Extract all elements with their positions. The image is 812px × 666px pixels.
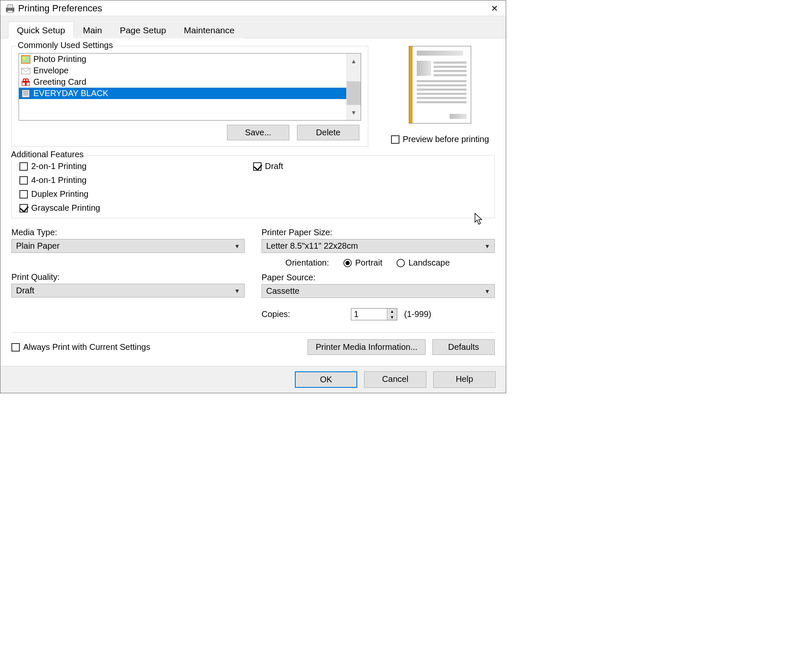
paper-source-select[interactable]: Cassette ▼ <box>262 284 495 298</box>
page-preview <box>409 46 471 124</box>
gift-icon <box>21 78 31 87</box>
svg-rect-4 <box>22 56 30 63</box>
checkbox-label: 4-on-1 Printing <box>31 175 86 185</box>
tab-main[interactable]: Main <box>74 21 111 38</box>
delete-button[interactable]: Delete <box>297 125 359 140</box>
checkbox-icon <box>19 190 28 199</box>
checkbox-icon <box>391 135 399 144</box>
checkbox-label: Always Print with Current Settings <box>23 342 150 352</box>
checkbox-icon <box>19 176 28 185</box>
printing-preferences-window: Printing Preferences ✕ Quick Setup Main … <box>0 0 506 393</box>
media-type-label: Media Type: <box>11 228 245 237</box>
defaults-button[interactable]: Defaults <box>432 339 495 355</box>
list-item-label: Greeting Card <box>33 77 86 87</box>
combo-value: Plain Paper <box>16 241 59 251</box>
close-button[interactable]: ✕ <box>488 3 502 13</box>
print-quality-label: Print Quality: <box>11 272 245 282</box>
cancel-button[interactable]: Cancel <box>364 371 426 388</box>
tab-maintenance[interactable]: Maintenance <box>175 21 243 38</box>
additional-features-label: Additional Features <box>9 150 85 159</box>
titlebar: Printing Preferences ✕ <box>0 0 506 16</box>
document-icon <box>21 89 31 98</box>
listbox-scrollbar[interactable]: ▲ ▼ <box>346 54 361 120</box>
list-item-greeting[interactable]: Greeting Card <box>19 76 346 88</box>
svg-rect-12 <box>22 90 30 97</box>
save-button[interactable]: Save... <box>227 125 289 140</box>
orientation-portrait-radio[interactable]: Portrait <box>343 258 382 268</box>
list-item-envelope[interactable]: Envelope <box>19 65 346 76</box>
help-button[interactable]: Help <box>433 371 496 388</box>
orientation-label: Orientation: <box>262 258 329 268</box>
checkbox-label: Preview before printing <box>403 134 489 144</box>
always-print-checkbox[interactable]: Always Print with Current Settings <box>11 342 150 352</box>
spinner-down-icon[interactable]: ▼ <box>387 314 397 320</box>
copies-label: Copies: <box>262 309 344 319</box>
paper-source-label: Paper Source: <box>262 273 495 282</box>
chevron-down-icon: ▼ <box>234 243 240 250</box>
radio-label: Portrait <box>355 258 382 268</box>
chevron-down-icon: ▼ <box>234 287 240 294</box>
copies-spinner[interactable]: ▲ ▼ <box>351 308 397 320</box>
printer-icon <box>5 3 16 13</box>
envelope-icon <box>21 66 31 75</box>
checkbox-label: Duplex Printing <box>31 189 89 199</box>
svg-rect-1 <box>8 5 13 8</box>
settings-listbox[interactable]: Photo Printing Envelope Greeting Card <box>19 53 361 121</box>
list-item-photo[interactable]: Photo Printing <box>19 54 346 65</box>
copies-input[interactable] <box>351 309 387 320</box>
draft-checkbox[interactable]: Draft <box>253 161 487 171</box>
grayscale-checkbox[interactable]: Grayscale Printing <box>19 203 253 213</box>
svg-point-11 <box>26 79 28 81</box>
media-type-select[interactable]: Plain Paper ▼ <box>11 239 245 253</box>
list-item-label: EVERYDAY BLACK <box>33 89 108 98</box>
combo-value: Draft <box>16 286 34 295</box>
ok-button[interactable]: OK <box>295 371 357 388</box>
photo-icon <box>21 55 31 64</box>
commonly-used-settings-group: Commonly Used Settings Photo Printing En… <box>11 46 368 147</box>
svg-rect-9 <box>22 81 30 83</box>
duplex-checkbox[interactable]: Duplex Printing <box>19 189 253 199</box>
tab-quick-setup[interactable]: Quick Setup <box>8 21 74 38</box>
checkbox-icon <box>11 343 20 352</box>
orientation-landscape-radio[interactable]: Landscape <box>397 258 450 268</box>
commonly-used-label: Commonly Used Settings <box>16 40 115 50</box>
tabstrip: Quick Setup Main Page Setup Maintenance <box>0 16 506 38</box>
checkbox-label: 2-on-1 Printing <box>31 161 86 171</box>
printer-media-info-button[interactable]: Printer Media Information... <box>308 339 426 355</box>
tab-page-setup[interactable]: Page Setup <box>111 21 175 38</box>
radio-icon <box>397 259 405 267</box>
paper-size-label: Printer Paper Size: <box>262 228 495 237</box>
window-title: Printing Preferences <box>18 3 488 14</box>
list-item-label: Envelope <box>33 66 68 75</box>
checkbox-icon <box>19 204 28 212</box>
checkbox-icon <box>253 162 262 171</box>
tab-body: Commonly Used Settings Photo Printing En… <box>0 38 506 366</box>
radio-label: Landscape <box>408 258 450 268</box>
list-item-label: Photo Printing <box>33 54 86 64</box>
page-preview-area: Preview before printing <box>385 46 495 144</box>
preview-before-printing-checkbox[interactable]: Preview before printing <box>385 134 495 144</box>
spinner-up-icon[interactable]: ▲ <box>387 309 397 314</box>
combo-value: Cassette <box>266 286 299 296</box>
two-on-one-checkbox[interactable]: 2-on-1 Printing <box>19 161 253 171</box>
combo-value: Letter 8.5"x11" 22x28cm <box>266 241 358 251</box>
paper-size-select[interactable]: Letter 8.5"x11" 22x28cm ▼ <box>262 239 495 253</box>
list-item-everyday-black[interactable]: EVERYDAY BLACK <box>19 88 346 99</box>
scroll-down-icon[interactable]: ▼ <box>347 105 361 120</box>
chevron-down-icon: ▼ <box>484 288 490 295</box>
svg-point-5 <box>23 57 25 59</box>
dialog-buttons: OK Cancel Help <box>0 366 506 393</box>
copies-range: (1-999) <box>404 309 431 319</box>
checkbox-label: Grayscale Printing <box>31 203 100 213</box>
checkbox-label: Draft <box>265 161 283 171</box>
radio-icon <box>343 259 352 267</box>
svg-rect-2 <box>8 11 13 13</box>
print-quality-select[interactable]: Draft ▼ <box>11 284 245 298</box>
additional-features-group: Additional Features 2-on-1 Printing Draf… <box>11 155 495 218</box>
scroll-up-icon[interactable]: ▲ <box>347 54 361 69</box>
scroll-thumb[interactable] <box>347 81 361 105</box>
checkbox-icon <box>19 162 28 171</box>
chevron-down-icon: ▼ <box>484 243 490 250</box>
four-on-one-checkbox[interactable]: 4-on-1 Printing <box>19 175 253 185</box>
scroll-track[interactable] <box>347 69 361 81</box>
